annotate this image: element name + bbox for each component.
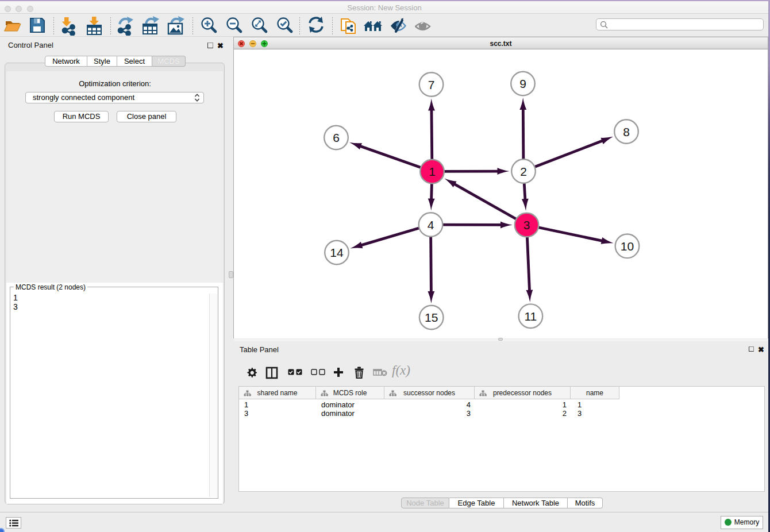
svg-text:1: 1 [429, 165, 436, 178]
svg-text:3: 3 [523, 218, 530, 232]
svg-text:11: 11 [524, 310, 537, 323]
svg-text:15: 15 [425, 311, 438, 324]
svg-text:10: 10 [621, 240, 634, 253]
svg-text:8: 8 [623, 125, 630, 138]
svg-text:14: 14 [330, 246, 344, 259]
svg-text:6: 6 [333, 131, 340, 144]
svg-text:4: 4 [428, 218, 434, 232]
svg-text:2: 2 [520, 165, 527, 178]
svg-text:9: 9 [519, 77, 526, 90]
svg-text:7: 7 [428, 78, 435, 91]
